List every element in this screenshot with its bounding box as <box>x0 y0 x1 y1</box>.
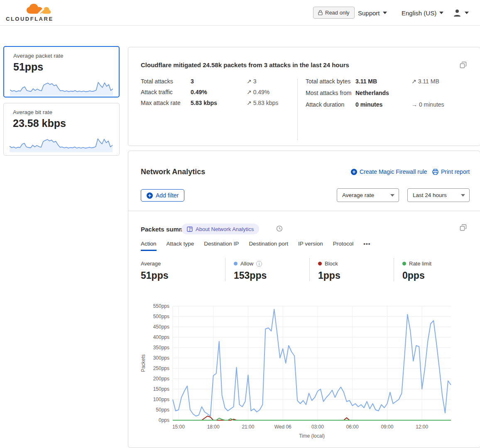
trend-arrow-icon: ↗ <box>247 100 252 106</box>
attack-summary-card: Cloudflare mitigated 24.58k packets from… <box>128 47 480 146</box>
svg-text:06:00: 06:00 <box>346 424 359 430</box>
stat-label: Attack duration <box>306 101 355 108</box>
svg-text:Packets: Packets <box>141 354 146 372</box>
trend-value: 3 <box>253 78 257 85</box>
stat-value: 0 minutes <box>355 101 411 108</box>
metric-select-value: Average rate <box>342 192 374 198</box>
chevron-down-icon <box>390 194 394 197</box>
stat-average: Average 51pps <box>141 258 225 281</box>
svg-text:400pps: 400pps <box>153 334 169 340</box>
stat-trend: ↗ 3.11 MB <box>411 78 439 85</box>
read-only-badge[interactable]: Read only <box>313 7 355 19</box>
time-range-select[interactable]: Last 24 hours <box>407 188 470 202</box>
read-only-label: Read only <box>325 10 350 16</box>
stat-label: Max attack rate <box>141 100 191 106</box>
stat-value: 0.49% <box>191 89 247 95</box>
metric-select[interactable]: Average rate <box>337 188 399 202</box>
history-clock-icon[interactable] <box>276 225 283 232</box>
trend-value: 0 minutes <box>419 101 444 108</box>
tab-protocol[interactable]: Protocol <box>333 241 354 251</box>
metric-label: Average bit rate <box>13 109 52 115</box>
language-menu[interactable]: English (US) <box>402 0 443 26</box>
metric-label: Average packet rate <box>13 53 64 59</box>
svg-text:250pps: 250pps <box>153 365 169 371</box>
stat-trend: ↗ 0.49% <box>247 89 269 95</box>
summary-stats-right: Total attack bytes 3.11 MB ↗ 3.11 MB Mos… <box>306 78 472 112</box>
plus-circle-icon <box>147 192 153 199</box>
copy-icon[interactable] <box>460 61 467 68</box>
svg-text:550pps: 550pps <box>153 303 169 309</box>
tab-action[interactable]: Action <box>141 241 157 251</box>
cloudflare-logo[interactable]: CLOUDFLARE <box>6 2 56 24</box>
copy-icon[interactable] <box>460 224 467 231</box>
svg-text:300pps: 300pps <box>153 355 169 361</box>
packets-time-series-chart[interactable]: 0pps50pps100pps150pps200pps250pps300pps3… <box>141 302 468 445</box>
metric-card-packet-rate[interactable]: Average packet rate 51pps <box>3 46 120 97</box>
trend-arrow-icon: ↗ <box>247 89 252 95</box>
stat-label: Block <box>325 261 338 267</box>
stat-row: Attack duration 0 minutes → 0 minutes <box>306 101 472 108</box>
tab-ip-version[interactable]: IP version <box>298 241 323 251</box>
info-icon[interactable]: i <box>256 261 262 267</box>
metric-card-bit-rate[interactable]: Average bit rate 23.58 kbps <box>3 103 120 156</box>
svg-text:0pps: 0pps <box>159 417 169 423</box>
about-network-analytics-badge[interactable]: About Network Analytics <box>181 224 259 234</box>
tab-destination-port[interactable]: Destination port <box>249 241 288 251</box>
svg-text:Wed 06: Wed 06 <box>274 424 291 430</box>
stat-trend: ↗ 5.83 kbps <box>247 100 278 106</box>
stat-label: Rate limit <box>409 261 431 267</box>
tab-attack-type[interactable]: Attack type <box>167 241 194 251</box>
stat-block: Block 1pps <box>309 258 394 281</box>
svg-text:350pps: 350pps <box>153 345 169 351</box>
trend-arrow-icon: → <box>411 101 417 108</box>
stat-allow: Allow i 153pps <box>225 258 309 281</box>
block-dot-icon <box>318 262 322 265</box>
stat-label: Allow <box>240 261 253 267</box>
print-report-link[interactable]: Print report <box>432 168 470 175</box>
user-menu[interactable] <box>453 0 469 26</box>
stat-label: Average <box>141 261 161 267</box>
svg-text:500pps: 500pps <box>153 314 169 319</box>
packets-tabs: Action Attack type Destination IP Destin… <box>141 241 370 251</box>
stat-label: Total attack bytes <box>306 78 355 85</box>
summary-stats-left: Total attacks 3 ↗ 3 Attack traffic 0.49%… <box>141 78 290 110</box>
create-rule-label: Create Magic Firewall rule <box>360 168 427 175</box>
create-magic-firewall-rule-link[interactable]: Create Magic Firewall rule <box>351 168 427 175</box>
svg-text:50pps: 50pps <box>156 407 169 413</box>
trend-value: 3.11 MB <box>418 78 439 85</box>
stat-row: Max attack rate 5.83 kbps ↗ 5.83 kbps <box>141 100 290 106</box>
support-menu[interactable]: Support <box>358 0 387 26</box>
metric-value: 51pps <box>13 61 43 73</box>
packets-stats-row: Average 51pps Allow i 153pps Block 1pps … <box>141 258 478 281</box>
top-header: CLOUDFLARE Read only Support English (US… <box>0 0 480 26</box>
vertical-divider <box>297 79 298 140</box>
stat-label: Total attacks <box>141 78 191 85</box>
summary-title: Cloudflare mitigated 24.58k packets from… <box>141 61 349 68</box>
chevron-down-icon <box>383 12 387 14</box>
about-badge-label: About Network Analytics <box>196 226 254 232</box>
stat-row: Total attack bytes 3.11 MB ↗ 3.11 MB <box>306 78 472 85</box>
add-filter-button[interactable]: Add filter <box>141 189 184 202</box>
range-select-value: Last 24 hours <box>413 192 447 198</box>
stat-rate-limit: Rate limit 0pps <box>394 258 478 281</box>
svg-text:18:00: 18:00 <box>207 424 220 430</box>
network-analytics-card: Network Analytics Create Magic Firewall … <box>128 151 480 448</box>
tab-destination-ip[interactable]: Destination IP <box>204 241 239 251</box>
svg-text:03:00: 03:00 <box>311 424 324 430</box>
stat-value: 1pps <box>318 270 394 281</box>
cloudflare-logo-text: CLOUDFLARE <box>6 16 54 22</box>
svg-text:09:00: 09:00 <box>381 424 393 430</box>
add-filter-label: Add filter <box>156 192 179 199</box>
trend-value: 0.49% <box>253 89 270 95</box>
svg-text:21:00: 21:00 <box>242 424 254 430</box>
printer-icon <box>432 169 438 175</box>
plus-circle-icon <box>351 169 357 175</box>
stat-value: 0pps <box>402 270 478 281</box>
print-report-label: Print report <box>441 168 470 175</box>
bit-rate-sparkline <box>10 135 113 152</box>
stat-label: Most attacks from <box>306 90 355 96</box>
stat-trend: ↗ 3 <box>247 78 256 85</box>
stat-row: Attack traffic 0.49% ↗ 0.49% <box>141 89 290 95</box>
more-tabs-button[interactable]: ••• <box>363 241 370 251</box>
stat-value: 153pps <box>234 270 309 281</box>
